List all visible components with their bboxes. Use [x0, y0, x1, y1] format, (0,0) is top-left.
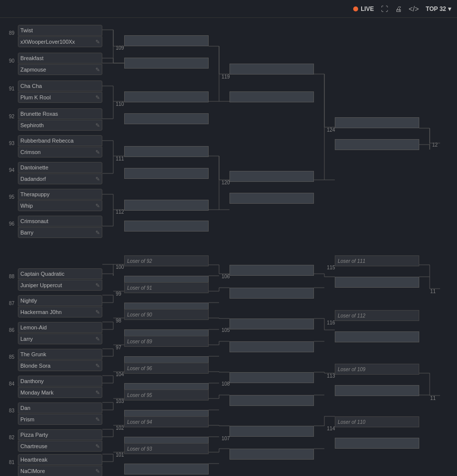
- result-119-top: [229, 64, 314, 75]
- match-91: Cha Cha Plum K Rool✎: [18, 80, 102, 103]
- match-96: Crimsonaut Barry✎: [18, 216, 102, 238]
- edit-icon[interactable]: ✎: [95, 390, 100, 396]
- loser-box-116-top: Loser of 112: [335, 310, 419, 321]
- match-number-104: 104: [116, 372, 124, 377]
- team-entry: Hackerman J0hn✎: [18, 307, 102, 317]
- result-124-bot: [335, 139, 419, 150]
- team-entry: Whip✎: [18, 200, 102, 211]
- match-number-11a: 11: [430, 289, 436, 294]
- match-85: The Grunk Blonde Sora✎: [18, 349, 102, 371]
- match-number-85: 85: [9, 354, 14, 360]
- loser-box-115-top: Loser of 111: [335, 255, 419, 266]
- match-number-108: 108: [222, 381, 230, 387]
- print-icon[interactable]: 🖨: [395, 5, 402, 13]
- loser-box-114-bot: [335, 438, 419, 449]
- match-number-112: 112: [116, 209, 124, 215]
- loser-box-97-top: Loser of 89: [124, 336, 209, 347]
- result-119-bot: [229, 91, 314, 102]
- top32-label: TOP 32: [426, 5, 446, 12]
- loser-box-100-top: Loser of 92: [124, 255, 209, 266]
- result-12-top: [440, 127, 450, 138]
- result-109-top: [124, 35, 209, 46]
- team-entry: Danthony: [18, 376, 102, 387]
- match-number-119: 119: [222, 74, 230, 79]
- result-110-bot: [124, 113, 209, 124]
- result-11a-top: [438, 265, 448, 276]
- result-106-bot: [229, 288, 314, 299]
- result-120-bot: [229, 193, 314, 204]
- result-124-top: [335, 117, 419, 128]
- edit-icon[interactable]: ✎: [95, 336, 100, 342]
- match-number-113: 113: [327, 373, 335, 379]
- match-number-107: 107: [222, 436, 230, 441]
- match-number-103: 103: [116, 398, 124, 404]
- loser-box-115-bot: [335, 277, 419, 288]
- result-112-bot: [124, 221, 209, 232]
- team-entry: Cha Cha: [18, 80, 102, 91]
- match-number-87: 87: [9, 301, 14, 306]
- match-number-99: 99: [116, 291, 121, 297]
- edit-icon[interactable]: ✎: [95, 122, 100, 129]
- match-81: Heartbreak NaClMore✎: [18, 454, 102, 476]
- match-number-86: 86: [9, 327, 14, 333]
- match-86: Lemon-Aid Larry✎: [18, 322, 102, 344]
- match-number-115: 115: [327, 265, 335, 270]
- match-number-90: 90: [9, 58, 14, 64]
- match-94: Dantoinette Dadandorf✎: [18, 162, 102, 184]
- match-88: Captain Quadratic Juniper Uppercut✎: [18, 268, 102, 291]
- loser-box-114-top: Loser of 110: [335, 416, 419, 427]
- edit-icon[interactable]: ✎: [95, 230, 100, 236]
- match-90: Breakfast Zapmouse✎: [18, 53, 102, 75]
- team-entry: Lemon-Aid: [18, 322, 102, 333]
- edit-icon[interactable]: ✎: [95, 416, 100, 423]
- team-entry: Crimsonaut: [18, 216, 102, 227]
- team-entry: Twist: [18, 25, 102, 36]
- edit-icon[interactable]: ✎: [95, 309, 100, 316]
- match-92: Brunette Roxas Sephiroth✎: [18, 108, 102, 131]
- match-83: Dan Prism✎: [18, 402, 102, 425]
- edit-icon[interactable]: ✎: [95, 176, 100, 182]
- match-number-92: 92: [9, 114, 14, 119]
- match-number-82: 82: [9, 435, 14, 440]
- edit-icon[interactable]: ✎: [95, 67, 100, 73]
- team-entry: Nightly: [18, 295, 102, 306]
- match-number-114: 114: [327, 426, 335, 431]
- match-number-91: 91: [9, 86, 14, 91]
- team-entry: Barry✎: [18, 227, 102, 238]
- result-112-top: [124, 200, 209, 211]
- match-84: Danthony Monday Mark✎: [18, 376, 102, 398]
- edit-icon[interactable]: ✎: [95, 39, 100, 45]
- edit-icon[interactable]: ✎: [95, 282, 100, 289]
- edit-icon[interactable]: ✎: [95, 468, 100, 475]
- match-number-97: 97: [116, 345, 121, 350]
- expand-icon[interactable]: ⛶: [381, 5, 388, 13]
- match-87: Nightly Hackerman J0hn✎: [18, 295, 102, 317]
- result-120-top: [229, 171, 314, 182]
- match-number-120: 120: [222, 180, 230, 185]
- result-111-top: [124, 146, 209, 157]
- edit-icon[interactable]: ✎: [95, 443, 100, 450]
- result-105-top: [229, 318, 314, 329]
- match-number-95: 95: [9, 194, 14, 200]
- team-entry: Sephiroth✎: [18, 120, 102, 131]
- top32-dropdown[interactable]: TOP 32 ▾: [426, 5, 451, 12]
- match-number-109: 109: [116, 45, 124, 51]
- match-82: Pizza Party Chartreuse✎: [18, 429, 102, 452]
- match-number-81: 81: [9, 460, 14, 465]
- live-label: LIVE: [361, 5, 374, 12]
- code-icon[interactable]: </>: [409, 5, 419, 13]
- match-number-83: 83: [9, 408, 14, 413]
- match-95: Therapuppy Whip✎: [18, 189, 102, 211]
- team-entry: Pizza Party: [18, 429, 102, 440]
- loser-box-98-top: Loser of 90: [124, 309, 209, 320]
- result-107-top: [229, 426, 314, 437]
- edit-icon[interactable]: ✎: [95, 94, 100, 101]
- live-dot: [353, 6, 358, 11]
- team-entry: Prism✎: [18, 414, 102, 425]
- edit-icon[interactable]: ✎: [95, 363, 100, 369]
- team-entry: Plum K Rool✎: [18, 92, 102, 103]
- match-number-84: 84: [9, 381, 14, 387]
- edit-icon[interactable]: ✎: [95, 149, 100, 156]
- match-number-124: 124: [327, 127, 335, 133]
- edit-icon[interactable]: ✎: [95, 203, 100, 209]
